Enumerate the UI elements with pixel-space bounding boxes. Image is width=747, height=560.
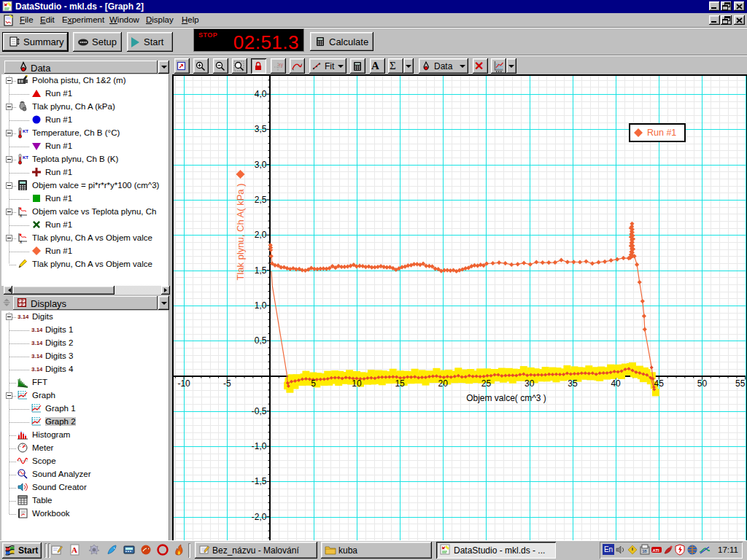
svg-text:4,0: 4,0 — [255, 89, 267, 99]
svg-text:ATI: ATI — [653, 548, 660, 553]
svg-text:2,5: 2,5 — [255, 195, 267, 205]
svg-text:15: 15 — [395, 378, 405, 389]
svg-text:-1,5: -1,5 — [252, 476, 267, 486]
svg-text:Tlak plynu, Ch A( kPa ): Tlak plynu, Ch A( kPa ) — [235, 184, 246, 281]
svg-text:20: 20 — [438, 378, 449, 389]
svg-text:3,5: 3,5 — [255, 124, 267, 134]
svg-text:KTD: KTD — [23, 129, 28, 133]
svg-text:3.14: 3.14 — [31, 340, 42, 346]
svg-text:0,5: 0,5 — [255, 335, 267, 346]
svg-text:-2,0: -2,0 — [252, 512, 267, 522]
svg-text:3,0: 3,0 — [255, 160, 267, 170]
svg-text:55: 55 — [735, 378, 746, 389]
svg-text:38: 38 — [642, 549, 647, 553]
svg-text:-10: -10 — [177, 378, 190, 389]
svg-text:35: 35 — [568, 378, 578, 389]
svg-text:45: 45 — [654, 378, 665, 389]
svg-text:3.14: 3.14 — [31, 366, 42, 373]
svg-text:-5: -5 — [223, 378, 231, 389]
svg-text:A: A — [71, 545, 77, 554]
svg-text:3.14: 3.14 — [31, 327, 42, 333]
svg-text:3.14: 3.14 — [18, 314, 28, 320]
svg-text:Run #1: Run #1 — [647, 128, 676, 138]
svg-text:-1,0: -1,0 — [252, 441, 267, 451]
svg-text:50: 50 — [697, 378, 708, 389]
svg-text:1,5: 1,5 — [255, 265, 267, 276]
svg-text:Objem valce( cm^3 ): Objem valce( cm^3 ) — [466, 393, 546, 403]
svg-text:2,0: 2,0 — [255, 230, 267, 240]
svg-text:KTD: KTD — [23, 155, 28, 160]
svg-text:xy: xy — [279, 61, 284, 67]
svg-text:10: 10 — [352, 378, 362, 389]
svg-text:1,0: 1,0 — [255, 300, 267, 311]
svg-text:30: 30 — [525, 378, 535, 389]
svg-text:40: 40 — [611, 378, 621, 389]
svg-text:5: 5 — [311, 378, 316, 389]
svg-text:3.14: 3.14 — [31, 353, 42, 359]
svg-text:-0,5: -0,5 — [252, 406, 267, 416]
svg-text:25: 25 — [481, 378, 492, 389]
